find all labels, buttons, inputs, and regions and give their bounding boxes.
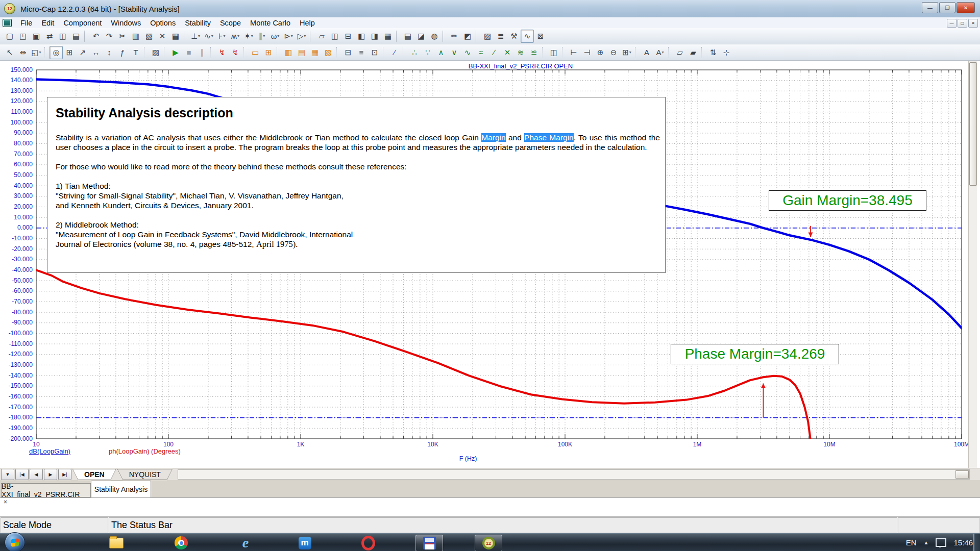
align-cursors-button[interactable]: ⇅ [706,46,720,59]
expand-x-button[interactable]: ↔ [89,46,103,59]
slope-tool-button[interactable]: ∕ [487,46,501,59]
opamp-component-button[interactable]: ▷▾ [295,30,308,43]
file-tab-bb-xxi-final-v2-psrr-cir[interactable]: BB-XXI_final_v2_PSRR.CIR [1,483,91,497]
scale-mode-button[interactable]: ↗ [76,46,89,59]
envelope-tool-button[interactable]: ≌ [527,46,541,59]
stop-button[interactable]: ■ [182,46,195,59]
curve-family-button[interactable]: ≋ [514,46,527,59]
menu-monte-carlo[interactable]: Monte Carlo [246,19,295,27]
token-points-button[interactable]: ∵ [421,46,434,59]
vertical-scrollbar[interactable] [968,61,977,468]
menu-windows[interactable]: Windows [106,19,145,27]
menu-help[interactable]: Help [295,19,320,27]
split-vertical-button[interactable]: ◨ [368,30,381,43]
sine-source-component-button[interactable]: ∿▾ [202,30,215,43]
resistor-component-button[interactable]: ʍ▾ [229,30,242,43]
tile-vertical-button[interactable]: ◫ [328,30,341,43]
file-tab-stability-analysis[interactable]: Stability Analysis [91,481,151,497]
menu-options[interactable]: Options [145,19,180,27]
previous-plot-button[interactable]: ◀ [30,469,43,480]
zoom-box-mode-button[interactable]: ◎ [50,46,63,59]
flip-view-button[interactable]: ◱▾ [30,46,43,59]
bitmap-tool-button[interactable]: ▨ [481,30,494,43]
vertical-scrollbar-thumb[interactable] [969,62,977,186]
paste-button[interactable]: ▧ [142,30,156,43]
animate-mode-button[interactable]: ✏ [448,30,461,43]
expand-y-button[interactable]: ↕ [103,46,116,59]
analysis-plot-button[interactable]: ∿ [521,30,534,43]
pan-mode-button[interactable]: ⇹ [16,46,30,59]
copy-segment-button[interactable]: ▰ [687,46,700,59]
undo-button[interactable]: ↶ [89,30,103,43]
log-scale-button[interactable]: ∕ [388,46,401,59]
mdi-minimize-button[interactable]: — [947,19,957,28]
taskbar-floppy-app-icon[interactable] [415,535,443,551]
mdi-restore-button[interactable]: ▢ [958,19,967,28]
crosshair-button[interactable]: ⊹ [720,46,733,59]
cascade-windows-button[interactable]: ▱ [315,30,328,43]
copy-button[interactable]: ▥ [129,30,142,43]
valley-tool-button[interactable]: ∨ [448,46,461,59]
plot-tab-nyquist[interactable]: NYQUIST [117,469,173,480]
plot-group-1-button[interactable]: ▥ [282,46,295,59]
select-plot-box-button[interactable]: ▭ [249,46,262,59]
zoom-in-button[interactable]: ⊕ [594,46,607,59]
legend-db-loopgain[interactable]: dB(LoopGain) [29,447,70,455]
restore-button[interactable]: ❐ [939,2,955,13]
minimize-button[interactable]: — [922,2,938,13]
window-properties-button[interactable]: ◩ [461,30,474,43]
menu-component[interactable]: Component [59,19,106,27]
redo-button[interactable]: ↷ [103,30,116,43]
cut-button[interactable]: ✂ [116,30,129,43]
analysis-limits-button[interactable]: ⊠ [534,30,547,43]
open-file-button[interactable]: ◳ [16,30,30,43]
component-list-button[interactable]: ▤ [401,30,414,43]
select-mode-button[interactable]: ↖ [3,46,16,59]
mdi-close-button[interactable]: ✕ [968,19,978,28]
menu-scope[interactable]: Scope [215,19,246,27]
capacitor-component-button[interactable]: ∥▾ [255,30,268,43]
peak-tool-button[interactable]: ∧ [434,46,448,59]
translate-file-button[interactable]: ⇄ [43,30,56,43]
split-horizontal-button[interactable]: ◧ [355,30,368,43]
start-button[interactable] [5,532,25,551]
tile-horizontal-button[interactable]: ⊟ [341,30,355,43]
intersect-tool-button[interactable]: ✕ [501,46,514,59]
taskbar-opera-icon[interactable] [361,536,375,550]
horizontal-tag-button[interactable]: ⊣ [580,46,594,59]
phase-margin-label[interactable]: Phase Margin=34.269 [671,344,839,364]
menu-file[interactable]: File [16,19,37,27]
scope-menu-button[interactable]: ▼ [1,469,14,480]
probe-current-button[interactable]: ↯ [229,46,242,59]
pause-button[interactable]: ∥ [195,46,209,59]
delete-button[interactable]: ✕ [156,30,169,43]
menu-edit[interactable]: Edit [37,19,59,27]
ruler-button[interactable]: ⊢ [567,46,580,59]
properties-dialog-button[interactable]: ▨ [149,46,162,59]
go-to-branch-button[interactable]: ◫ [547,46,560,59]
inductor-component-button[interactable]: ω▾ [268,30,282,43]
print-button[interactable]: ▤ [69,30,83,43]
grid-toggle-button[interactable]: ⊞ [262,46,275,59]
print-preview-button[interactable]: ◫ [56,30,69,43]
clock[interactable]: 15:46 [953,538,973,547]
view-options-button[interactable]: ⊞▾ [620,46,633,59]
diode-component-button[interactable]: ⊳▾ [282,30,295,43]
taskbar-maxthon-icon[interactable]: m [298,536,312,550]
taskbar-explorer-icon[interactable] [109,536,124,550]
font-color-button[interactable]: A▾ [653,46,667,59]
last-plot-button[interactable]: ▶| [58,469,71,480]
zoom-area-button[interactable]: ⊞ [63,46,76,59]
horizontal-scrollbar[interactable] [178,469,970,480]
model-editor-button[interactable]: ◪ [414,30,428,43]
data-points-button[interactable]: ∴ [408,46,421,59]
taskbar-micro-cap-icon[interactable]: 12 [475,535,502,551]
close-button[interactable]: ✕ [957,2,975,13]
select-region-button[interactable]: ▦ [169,30,182,43]
next-plot-button[interactable]: ▶ [44,469,57,480]
smoothing-tool-button[interactable]: ≈ [474,46,487,59]
description-text-box[interactable]: Stability Analysis description Stability… [47,97,666,273]
show-desktop-button[interactable] [973,534,980,551]
overlay-plots-button[interactable]: ⊡ [368,46,381,59]
menu-stability[interactable]: Stability [180,19,215,27]
